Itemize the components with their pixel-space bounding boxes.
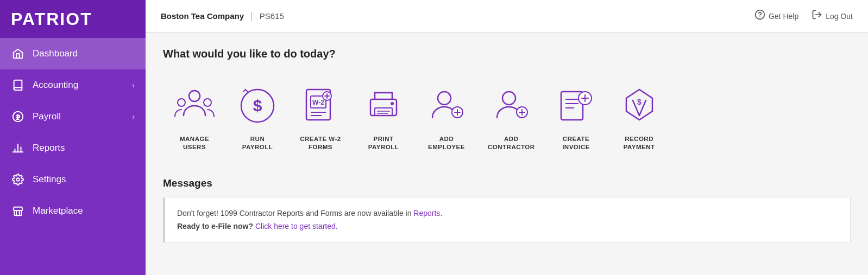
message-line-2: Ready to e-File now? Click here to get s… xyxy=(177,220,838,233)
logout-button[interactable]: Log Out xyxy=(812,9,853,23)
logo: PATRIOT xyxy=(11,9,92,29)
record-payment-label: RECORDPAYMENT xyxy=(624,135,655,151)
book-icon xyxy=(11,78,25,92)
action-record-payment[interactable]: $ RECORDPAYMENT xyxy=(608,75,671,158)
sidebar-item-settings[interactable]: Settings xyxy=(0,164,146,195)
help-icon xyxy=(754,9,765,23)
svg-point-35 xyxy=(502,92,515,105)
create-w2-icon: W-2 xyxy=(299,84,342,127)
svg-point-31 xyxy=(438,92,451,105)
company-info: Boston Tea Company | PS615 xyxy=(161,10,284,22)
messages-box: Don't forget! 1099 Contractor Reports an… xyxy=(163,197,851,244)
svg-point-14 xyxy=(178,99,185,106)
sidebar-label-accounting: Accounting xyxy=(33,80,78,91)
topbar-actions: Get Help Log Out xyxy=(754,9,853,23)
reports-link[interactable]: Reports xyxy=(413,209,440,218)
svg-point-6 xyxy=(16,178,20,181)
company-id: PS615 xyxy=(260,11,284,21)
store-icon xyxy=(11,204,25,218)
sidebar-label-reports: Reports xyxy=(33,143,65,154)
run-payroll-icon: $ xyxy=(236,84,279,127)
message-line2-bold: Ready to e-File now? xyxy=(177,222,253,231)
logout-label: Log Out xyxy=(826,12,853,21)
add-employee-label: ADDEMPLOYEE xyxy=(428,135,465,151)
sidebar-item-marketplace[interactable]: Marketplace xyxy=(0,195,146,227)
svg-text:$: $ xyxy=(637,98,641,106)
chevron-right-icon: › xyxy=(132,81,135,89)
svg-point-30 xyxy=(391,102,394,105)
manage-users-label: MANAGEUSERS xyxy=(180,135,209,151)
bar-chart-icon xyxy=(11,141,25,155)
get-help-button[interactable]: Get Help xyxy=(754,9,798,23)
page-question: What would you like to do today? xyxy=(163,48,851,60)
home-icon xyxy=(11,47,25,61)
sidebar-item-dashboard[interactable]: Dashboard xyxy=(0,38,146,69)
record-payment-icon: $ xyxy=(618,84,661,127)
sidebar-item-accounting[interactable]: Accounting › xyxy=(0,69,146,101)
create-w2-label: CREATE W-2FORMS xyxy=(300,135,341,151)
messages-title: Messages xyxy=(163,177,851,189)
message-line1-post: . xyxy=(440,209,442,218)
sidebar-item-payroll[interactable]: Payroll › xyxy=(0,101,146,132)
dollar-icon xyxy=(11,110,25,124)
sidebar: PATRIOT Dashboard Accounting › xyxy=(0,0,146,275)
sidebar-label-dashboard: Dashboard xyxy=(33,48,78,59)
action-manage-users[interactable]: MANAGEUSERS xyxy=(163,75,226,158)
main-content: Boston Tea Company | PS615 Get Help xyxy=(146,0,868,275)
create-invoice-label: CREATEINVOICE xyxy=(562,135,590,151)
company-name: Boston Tea Company xyxy=(161,11,244,21)
print-payroll-icon xyxy=(362,84,405,127)
add-employee-icon xyxy=(425,84,468,127)
action-print-payroll[interactable]: PRINTPAYROLL xyxy=(352,75,415,158)
create-invoice-icon xyxy=(555,84,598,127)
company-divider: | xyxy=(250,10,253,22)
action-create-invoice[interactable]: CREATEINVOICE xyxy=(545,75,608,158)
manage-users-icon xyxy=(173,84,216,127)
action-add-contractor[interactable]: ADDCONTRACTOR xyxy=(478,75,545,158)
run-payroll-label: RUNPAYROLL xyxy=(242,135,273,151)
message-line1-pre: Don't forget! 1099 Contractor Reports an… xyxy=(177,209,413,218)
quick-actions: MANAGEUSERS $ RUNPAYROLL xyxy=(163,75,851,158)
message-line-1: Don't forget! 1099 Contractor Reports an… xyxy=(177,207,838,220)
svg-point-15 xyxy=(204,99,211,106)
logout-icon xyxy=(812,9,822,23)
page-content: What would you like to do today? MANAGEU… xyxy=(146,33,868,275)
sidebar-label-settings: Settings xyxy=(33,174,66,185)
get-help-label: Get Help xyxy=(769,12,798,21)
svg-rect-27 xyxy=(375,108,392,116)
action-add-employee[interactable]: ADDEMPLOYEE xyxy=(415,75,478,158)
logo-area: PATRIOT xyxy=(0,0,146,38)
action-run-payroll[interactable]: $ RUNPAYROLL xyxy=(226,75,289,158)
chevron-right-icon-2: › xyxy=(132,112,135,121)
add-contractor-icon xyxy=(489,84,533,127)
svg-rect-7 xyxy=(15,210,22,215)
svg-text:$: $ xyxy=(253,97,262,114)
svg-text:W-2: W-2 xyxy=(312,99,324,106)
add-contractor-label: ADDCONTRACTOR xyxy=(488,135,535,151)
sidebar-label-marketplace: Marketplace xyxy=(33,206,83,216)
action-create-w2[interactable]: W-2 CREATE W-2FORMS xyxy=(289,75,352,158)
gear-icon xyxy=(11,172,25,187)
print-payroll-label: PRINTPAYROLL xyxy=(368,135,399,151)
efile-link[interactable]: Click here to get started. xyxy=(255,222,338,231)
topbar: Boston Tea Company | PS615 Get Help xyxy=(146,0,868,33)
sidebar-label-payroll: Payroll xyxy=(33,111,61,122)
sidebar-item-reports[interactable]: Reports xyxy=(0,132,146,164)
svg-point-13 xyxy=(189,91,200,101)
